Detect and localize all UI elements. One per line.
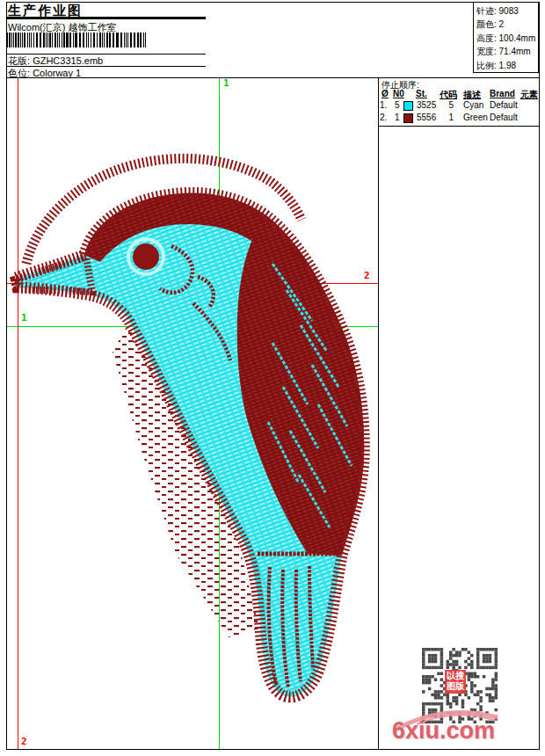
title-underline — [6, 17, 206, 19]
design-area-border — [6, 77, 539, 78]
row-desc: Cyan — [463, 100, 483, 110]
marker-green-1-top: 1 — [223, 77, 229, 89]
seal-text-bottom: 图版 — [445, 681, 466, 692]
col-header-desc: 描述 — [463, 89, 481, 101]
row-index: 1. — [380, 100, 387, 110]
row-n0: 5 — [395, 100, 400, 110]
row-code: 5 — [440, 100, 454, 110]
col-header-code: 代码 — [440, 89, 457, 101]
thread-swatch-maroon — [403, 113, 413, 123]
col-header-no: Ø — [382, 89, 389, 98]
copyright-seal: 以搜 图版 — [445, 670, 466, 694]
eye — [133, 244, 159, 270]
row-st: 3525 — [417, 100, 436, 110]
row-code: 1 — [440, 113, 454, 122]
table-bottom-border — [378, 126, 540, 127]
bird-embroidery-design — [9, 141, 374, 712]
marker-green-1-left: 1 — [21, 312, 27, 323]
pattern-label: 花版: — [8, 55, 30, 66]
row-desc: Green — [463, 113, 488, 122]
design-stats-box: 针迹: 9083 颜色: 2 高度: 100.4mm 宽度: 71.4mm 比例… — [473, 2, 539, 73]
stat-colors: 颜色: 2 — [476, 18, 538, 31]
col-header-element: 元素 — [520, 89, 538, 101]
marker-red-2-bottom: 2 — [21, 736, 27, 747]
production-worksheet: 生产作业图 Wilcom(汇京) 越饰工作室 花版: GZHC3315.emb … — [0, 0, 545, 756]
stat-height: 高度: 100.4mm — [476, 32, 538, 45]
site-watermark: 6xiu.com — [387, 703, 505, 752]
stat-scale: 比例: 1.98 — [476, 59, 538, 72]
column-divider — [378, 77, 379, 749]
stat-width: 宽度: 71.4mm — [476, 45, 538, 58]
row-st: 5556 — [417, 113, 436, 122]
watermark-text: 6xiu.com — [392, 717, 495, 745]
row-index: 2. — [380, 113, 387, 122]
stat-stitches: 针迹: 9083 — [476, 4, 538, 18]
row-brand: Default — [490, 113, 518, 122]
seal-text-top: 以搜 — [445, 671, 466, 681]
col-header-n0: N0 — [393, 89, 404, 98]
marker-red-2-right: 2 — [364, 270, 370, 281]
row-n0: 1 — [395, 113, 400, 122]
thread-swatch-cyan — [403, 101, 413, 111]
barcode — [7, 33, 148, 47]
col-header-st: St. — [416, 89, 427, 98]
row-brand: Default — [490, 100, 518, 110]
pattern-value: GZHC3315.emb — [33, 55, 103, 66]
col-header-brand: Brand — [490, 89, 515, 98]
